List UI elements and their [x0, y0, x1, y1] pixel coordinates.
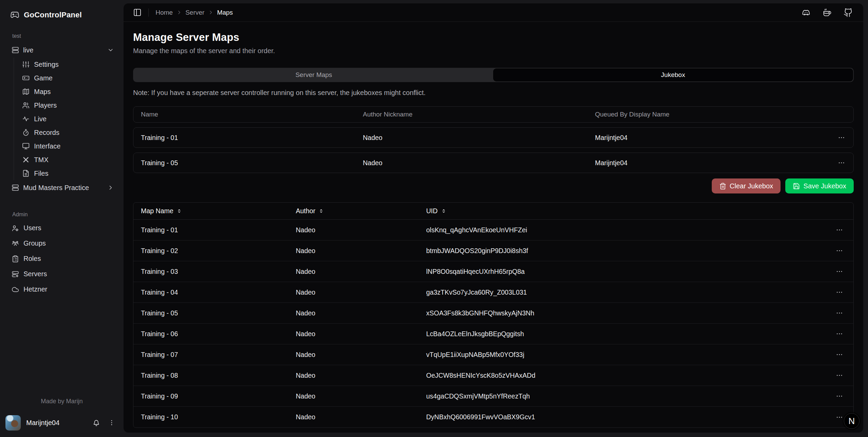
sidebar-item-maps[interactable]: Maps [18, 85, 119, 98]
avatar [5, 415, 21, 431]
save-icon [793, 183, 800, 190]
app-logo[interactable]: GoControlPanel [0, 0, 124, 19]
table-row[interactable]: Training - 02 Nadeo btmbJWADQOS20ginP9DJ… [133, 240, 853, 261]
row-actions-ellipsis-icon[interactable] [836, 413, 843, 421]
row-actions-ellipsis-icon[interactable] [836, 372, 843, 379]
row-actions-ellipsis-icon[interactable] [838, 159, 845, 167]
nextjs-dev-indicator[interactable]: N [844, 413, 859, 429]
map-author-cell: Nadeo [296, 288, 315, 296]
sidebar-item-server-live[interactable]: live [5, 43, 119, 57]
maps-col-uid[interactable]: UID [426, 207, 438, 215]
table-row[interactable]: Training - 04 Nadeo ga3zTKvSo7yJca60Ry_Z… [133, 282, 853, 303]
chevron-right-icon [208, 10, 214, 15]
row-actions-ellipsis-icon[interactable] [836, 288, 843, 296]
sidebar-item-hetzner[interactable]: Hetzner [5, 282, 119, 297]
sort-chevrons-icon[interactable] [318, 208, 324, 214]
tab-jukebox[interactable]: Jukebox [494, 69, 853, 81]
divider [148, 9, 149, 17]
sidebar-item-game[interactable]: Game [18, 71, 119, 85]
server-icon [12, 46, 19, 54]
github-icon[interactable] [843, 8, 853, 17]
coffee-icon[interactable] [822, 8, 832, 17]
page-title: Manage Server Maps [133, 31, 854, 44]
breadcrumb-maps: Maps [217, 9, 233, 16]
sidebar-toggle-button[interactable] [133, 8, 142, 17]
row-actions-ellipsis-icon[interactable] [836, 392, 843, 400]
sidebar-item-label: Game [34, 74, 52, 82]
sidebar-item-tmx[interactable]: TMX [18, 153, 119, 167]
map-name-cell: Training - 02 [141, 247, 178, 255]
monitor-icon [22, 142, 30, 150]
row-actions-ellipsis-icon[interactable] [838, 134, 845, 141]
clear-jukebox-button[interactable]: Clear Jukebox [712, 178, 781, 193]
jukebox-note: Note: If you have a seperate server cont… [133, 89, 854, 97]
sidebar-item-servers[interactable]: Servers [5, 266, 119, 282]
maps-table-body: Training - 01 Nadeo olsKnq_qAghcVAnEkoeU… [133, 220, 853, 427]
sidebar-item-label: Maps [34, 88, 51, 96]
map-author-cell: Nadeo [296, 351, 315, 359]
sidebar-group-label-admin: Admin [0, 212, 124, 218]
sort-chevrons-icon[interactable] [441, 208, 447, 214]
kebab-vertical-icon[interactable] [108, 419, 115, 426]
jukebox-row[interactable]: Training - 05 Nadeo Marijntje04 [133, 153, 854, 173]
table-row[interactable]: Training - 01 Nadeo olsKnq_qAghcVAnEkoeU… [133, 220, 853, 240]
map-uid-cell: ga3zTKvSo7yJca60Ry_Z003L031 [426, 288, 527, 296]
row-actions-ellipsis-icon[interactable] [836, 351, 843, 358]
user-menu[interactable]: Marijntje04 [0, 410, 124, 435]
row-actions-ellipsis-icon[interactable] [836, 309, 843, 317]
maps-col-author[interactable]: Author [296, 207, 315, 215]
discord-icon[interactable] [801, 8, 811, 17]
table-row[interactable]: Training - 06 Nadeo LcBa4OZLeElnJksgbBEp… [133, 324, 853, 344]
sidebar-item-live[interactable]: Live [18, 112, 119, 126]
map-uid-cell: xSOA3Fs8k3bGNHFQhwskyAjN3Nh [426, 309, 534, 317]
table-row[interactable]: Training - 08 Nadeo OeJCW8sHENIcYscK8o5z… [133, 365, 853, 386]
save-jukebox-button[interactable]: Save Jukebox [785, 178, 854, 193]
table-row[interactable]: Training - 03 Nadeo lNP8O0sqatiHqecUXrhH… [133, 261, 853, 282]
tab-server-maps[interactable]: Server Maps [134, 69, 494, 81]
sidebar-item-label: Mud Masters Practice [23, 184, 103, 192]
map-uid-cell: btmbJWADQOS20ginP9DJ0i8sh3f [426, 247, 528, 255]
table-row[interactable]: Training - 05 Nadeo xSOA3Fs8k3bGNHFQhwsk… [133, 303, 853, 324]
table-row[interactable]: Training - 10 Nadeo DyNBxhQ6006991FwvVOa… [133, 407, 853, 427]
sidebar: GoControlPanel test live Settings [0, 0, 124, 437]
activity-icon [22, 115, 30, 123]
sidebar-group-label-test: test [0, 33, 124, 39]
sidebar-item-roles[interactable]: Roles [5, 251, 119, 266]
sidebar-item-label: Records [34, 129, 59, 137]
sidebar-item-interface[interactable]: Interface [18, 139, 119, 153]
map-author-cell: Nadeo [296, 392, 315, 400]
sidebar-item-players[interactable]: Players [18, 98, 119, 112]
map-uid-cell: olsKnq_qAghcVAnEkoeUnVHFZei [426, 226, 527, 234]
row-actions-ellipsis-icon[interactable] [836, 226, 843, 234]
map-name-cell: Training - 09 [141, 392, 178, 400]
sidebar-item-server-mud-masters[interactable]: Mud Masters Practice [5, 181, 119, 194]
sidebar-item-groups[interactable]: Groups [5, 236, 119, 251]
sidebar-nav: live Settings Game M [0, 43, 124, 195]
map-name-cell: Training - 01 [141, 226, 178, 234]
maps-col-map-name[interactable]: Map Name [141, 207, 173, 215]
maps-table-header: Map Name Author UID [133, 203, 853, 220]
chevron-right-icon [176, 10, 182, 15]
sidebar-item-label: Live [34, 115, 47, 123]
page-subtitle: Manage the maps of the server and their … [133, 47, 854, 55]
app-title: GoControlPanel [24, 11, 82, 19]
sidebar-item-files[interactable]: Files [18, 167, 119, 180]
sidebar-item-records[interactable]: Records [18, 126, 119, 139]
table-row[interactable]: Training - 09 Nadeo us4gaCDQSxmjVMtp5nYf… [133, 386, 853, 407]
table-row[interactable]: Training - 07 Nadeo vTqUpE1iiXupNABp5Mfx… [133, 344, 853, 365]
sort-chevrons-icon[interactable] [176, 208, 182, 214]
map-author-cell: Nadeo [296, 372, 315, 379]
row-actions-ellipsis-icon[interactable] [836, 268, 843, 275]
breadcrumb-server[interactable]: Server [186, 9, 205, 16]
map-uid-cell: us4gaCDQSxmjVMtp5nYfReezTqh [426, 392, 530, 400]
chevron-down-icon [107, 47, 114, 53]
jukebox-row[interactable]: Training - 01 Nadeo Marijntje04 [133, 127, 854, 148]
breadcrumb-home[interactable]: Home [156, 9, 173, 16]
bell-icon[interactable] [92, 419, 100, 427]
sidebar-item-settings[interactable]: Settings [18, 58, 119, 71]
sidebar-item-users[interactable]: Users [5, 220, 119, 236]
map-icon [22, 88, 30, 95]
row-actions-ellipsis-icon[interactable] [836, 330, 843, 338]
jukebox-header-row: Name Author Nickname Queued By Display N… [133, 106, 854, 123]
row-actions-ellipsis-icon[interactable] [836, 247, 843, 254]
